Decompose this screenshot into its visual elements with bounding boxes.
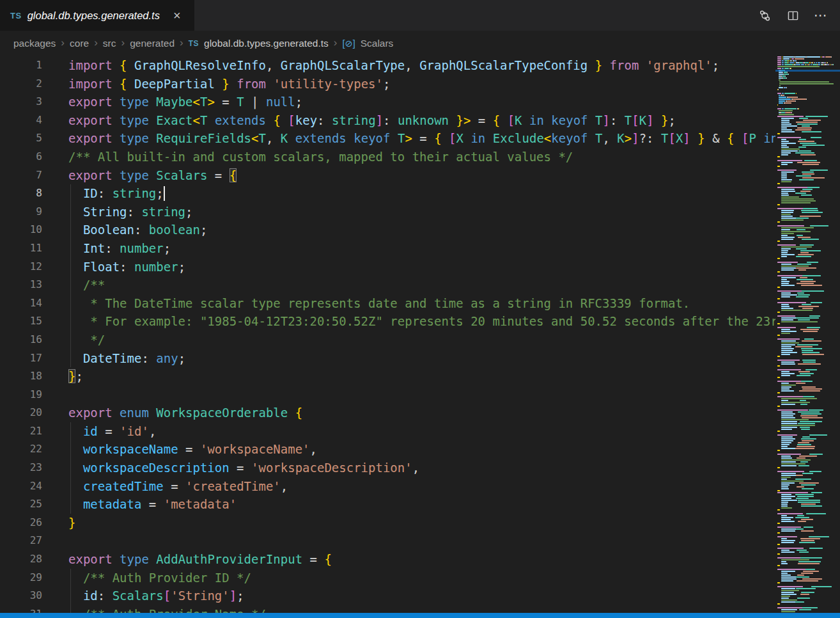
code-line[interactable]: 11 Int: number; <box>0 239 775 258</box>
code-line[interactable]: 28export type AddAuthProviderInput = { <box>0 550 775 569</box>
minimap-content <box>777 56 834 613</box>
line-number: 19 <box>0 386 42 404</box>
breadcrumb-file[interactable]: global.db.types.generated.ts <box>204 38 329 49</box>
line-number: 23 <box>0 459 42 477</box>
line-number: 5 <box>0 129 42 148</box>
breadcrumb-core[interactable]: core <box>70 38 89 49</box>
minimap-current-line <box>775 70 840 72</box>
code-line[interactable]: 8 ID: string; <box>0 184 775 203</box>
line-number: 24 <box>0 477 42 496</box>
line-number: 30 <box>0 587 42 605</box>
code-line[interactable]: 16 */ <box>0 331 775 349</box>
line-number: 22 <box>0 440 42 459</box>
code-line[interactable]: 4export type Exact<T extends { [key: str… <box>0 111 775 130</box>
breadcrumb-generated[interactable]: generated <box>130 38 175 49</box>
minimap[interactable] <box>775 56 840 613</box>
code-line[interactable]: 15 * For example: "1985-04-12T23:20:50.5… <box>0 312 775 331</box>
open-changes-icon[interactable] <box>756 6 774 24</box>
line-number: 13 <box>0 276 42 294</box>
code-line[interactable]: 29 /** Auth Provider ID */ <box>0 569 775 587</box>
line-number: 2 <box>0 75 42 93</box>
code-line[interactable]: 18}; <box>0 367 775 386</box>
chevron-right-icon: › <box>94 36 98 49</box>
code-line[interactable]: 19 <box>0 386 775 404</box>
code-line[interactable]: 26} <box>0 514 775 532</box>
line-number: 14 <box>0 294 42 313</box>
code-line[interactable]: 1import { GraphQLResolveInfo, GraphQLSca… <box>0 56 775 75</box>
breadcrumb: packages › core › src › generated › TS g… <box>0 31 840 56</box>
vscode-window: { "colors":{"pink":"#C586C0","blue":"#56… <box>0 0 840 618</box>
tab-title: global.db.types.generated.ts <box>27 10 160 22</box>
line-number: 25 <box>0 495 42 514</box>
code-line[interactable]: 14 * The DateTime scalar type represents… <box>0 294 775 313</box>
code-line[interactable]: 31 /** Auth Provider Name */ <box>0 605 775 613</box>
line-number: 4 <box>0 111 42 130</box>
line-number: 11 <box>0 239 42 258</box>
typescript-file-icon: TS <box>189 39 199 48</box>
code-line[interactable]: 23 workspaceDescription = 'workspaceDesc… <box>0 459 775 477</box>
code-line[interactable]: 20export enum WorkspaceOrderable { <box>0 404 775 422</box>
editor-actions: ⋯ <box>756 0 840 31</box>
code-line[interactable]: 24 createdTime = 'createdTime', <box>0 477 775 496</box>
code-line[interactable]: 22 workspaceName = 'workspaceName', <box>0 440 775 459</box>
line-number: 17 <box>0 349 42 368</box>
code-line[interactable]: 25 metadata = 'metadata' <box>0 495 775 514</box>
typescript-file-icon: TS <box>10 11 22 20</box>
line-number: 9 <box>0 203 42 221</box>
chevron-right-icon: › <box>121 36 125 49</box>
code-line[interactable]: 12 Float: number; <box>0 258 775 276</box>
code-line[interactable]: 21 id = 'id', <box>0 422 775 441</box>
line-number: 31 <box>0 605 42 613</box>
breadcrumb-packages[interactable]: packages <box>13 38 56 49</box>
code-line[interactable]: 10 Boolean: boolean; <box>0 221 775 239</box>
status-bar <box>0 613 840 618</box>
code-line[interactable]: 9 String: string; <box>0 203 775 221</box>
line-number: 28 <box>0 550 42 569</box>
chevron-right-icon: › <box>334 36 338 49</box>
code-line[interactable]: 27 <box>0 532 775 550</box>
line-number: 12 <box>0 258 42 276</box>
line-number: 6 <box>0 148 42 166</box>
line-number: 16 <box>0 331 42 349</box>
code-line[interactable]: 6/** All built-in and custom scalars, ma… <box>0 148 775 166</box>
code-line[interactable]: 2import { DeepPartial } from 'utility-ty… <box>0 75 775 93</box>
line-number: 26 <box>0 514 42 532</box>
close-icon[interactable]: × <box>170 8 184 22</box>
code-editor[interactable]: 1import { GraphQLResolveInfo, GraphQLSca… <box>0 56 775 613</box>
code-lines: 1import { GraphQLResolveInfo, GraphQLSca… <box>0 56 775 613</box>
line-number: 20 <box>0 404 42 422</box>
split-editor-icon[interactable] <box>784 6 802 24</box>
text-cursor <box>164 186 165 201</box>
code-line[interactable]: 13 /** <box>0 276 775 294</box>
symbol-type-icon: [⊘] <box>342 38 355 49</box>
line-number: 3 <box>0 93 42 111</box>
line-number: 10 <box>0 221 42 239</box>
line-number: 15 <box>0 312 42 331</box>
code-line[interactable]: 30 id: Scalars['String']; <box>0 587 775 605</box>
line-number: 7 <box>0 166 42 185</box>
line-number: 8 <box>0 184 42 203</box>
code-line[interactable]: 5export type RequireFields<T, K extends … <box>0 129 775 148</box>
line-number: 18 <box>0 367 42 386</box>
code-line[interactable]: 7export type Scalars = { <box>0 166 775 185</box>
line-number: 29 <box>0 569 42 587</box>
breadcrumb-src[interactable]: src <box>103 38 116 49</box>
code-line[interactable]: 3export type Maybe<T> = T | null; <box>0 93 775 111</box>
more-actions-icon[interactable]: ⋯ <box>812 6 830 24</box>
code-line[interactable]: 17 DateTime: any; <box>0 349 775 368</box>
chevron-right-icon: › <box>61 36 65 49</box>
tab-global-db-types[interactable]: TS global.db.types.generated.ts × <box>0 0 194 31</box>
line-number: 27 <box>0 532 42 550</box>
line-number: 1 <box>0 56 42 75</box>
tab-bar: TS global.db.types.generated.ts × ⋯ <box>0 0 840 31</box>
chevron-right-icon: › <box>180 36 183 49</box>
line-number: 21 <box>0 422 42 441</box>
breadcrumb-symbol-scalars[interactable]: Scalars <box>361 38 394 49</box>
